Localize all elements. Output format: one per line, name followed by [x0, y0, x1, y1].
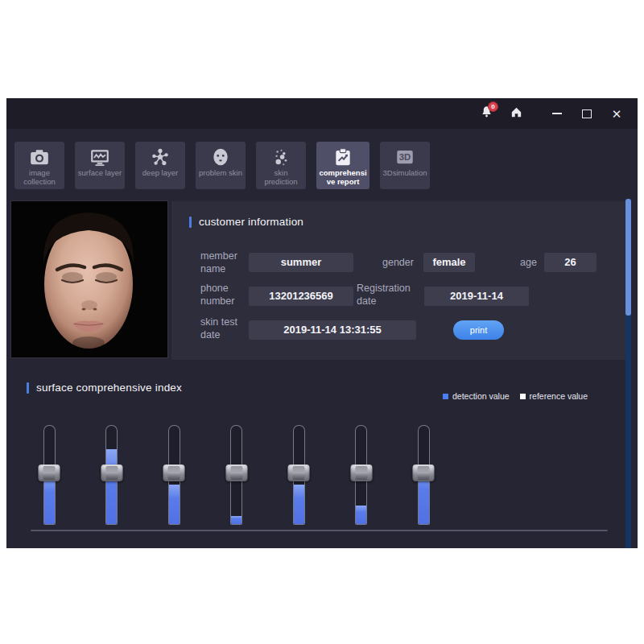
slider-fill	[106, 449, 117, 524]
network-icon	[150, 147, 171, 167]
age-label: age	[520, 256, 537, 269]
3d-box-icon: 3D	[394, 147, 415, 167]
customer-info-panel: customer information member name summer …	[171, 201, 626, 360]
slider-handle[interactable]	[288, 464, 310, 481]
toolbar-tabs: image collectionsurface layerdeep layerp…	[14, 142, 430, 189]
section-title: customer information	[199, 216, 303, 228]
phone-label: phone number	[200, 282, 246, 308]
slider-fill	[294, 485, 304, 524]
maximize-button[interactable]	[579, 104, 595, 123]
tab-problem-skin[interactable]: problem skin	[196, 142, 246, 189]
slider-3[interactable]	[163, 425, 185, 525]
svg-text:3D: 3D	[399, 152, 411, 162]
slider-handle[interactable]	[39, 464, 60, 481]
minimize-button[interactable]	[549, 104, 565, 123]
tab-label: 3Dsimulation	[382, 169, 429, 178]
tab-surface-layer[interactable]: surface layer	[75, 142, 125, 189]
close-button[interactable]: ✕	[609, 104, 625, 123]
gender-field[interactable]: female	[423, 253, 475, 272]
skin-test-date-label: skin test date	[200, 316, 246, 341]
tab-label: comprehensive report	[316, 169, 369, 186]
maximize-icon	[582, 109, 592, 118]
slider-2[interactable]	[101, 425, 123, 525]
member-name-label: member name	[200, 250, 246, 275]
sliders-row	[38, 425, 435, 525]
legend-item: detection value	[443, 391, 510, 401]
section-accent-bar	[189, 217, 192, 228]
age-field[interactable]: 26	[544, 253, 597, 272]
legend-swatch	[520, 394, 526, 399]
titlebar: 0 ✕	[6, 98, 638, 129]
surface-index-header: surface comprehensive index	[27, 382, 182, 394]
scrollbar-thumb[interactable]	[625, 199, 631, 316]
dots-cluster-icon	[270, 147, 291, 167]
face-image	[11, 201, 167, 357]
gender-label: gender	[382, 256, 414, 269]
phone-field[interactable]: 13201236569	[249, 287, 353, 306]
section-title: surface comprehensive index	[36, 382, 182, 394]
clipboard-chart-icon	[332, 147, 353, 167]
legend: detection valuereference value	[443, 391, 588, 401]
slider-4[interactable]	[225, 425, 248, 525]
tab-deep-layer[interactable]: deep layer	[135, 142, 185, 189]
slider-1[interactable]	[38, 425, 60, 525]
slider-handle[interactable]	[350, 464, 372, 481]
close-icon: ✕	[612, 108, 622, 120]
member-name-field[interactable]: summer	[249, 253, 353, 272]
legend-label: detection value	[452, 391, 510, 401]
tab-label: deep layer	[141, 169, 180, 178]
slider-6[interactable]	[350, 425, 373, 525]
slider-handle[interactable]	[101, 464, 122, 481]
app-window: 0 ✕ image collectionsurface layerdeep la…	[6, 98, 638, 548]
home-button[interactable]	[508, 104, 524, 123]
section-accent-bar	[27, 382, 29, 394]
print-button[interactable]: print	[453, 320, 504, 340]
legend-item: reference value	[520, 391, 588, 401]
notification-badge: 0	[488, 101, 498, 112]
face-mask-icon	[210, 147, 231, 167]
bottom-divider	[31, 530, 608, 531]
slider-handle[interactable]	[225, 464, 247, 481]
customer-info-header: customer information	[189, 216, 303, 228]
registration-date-label: Registration date	[357, 282, 421, 308]
tab-label: surface layer	[76, 169, 123, 178]
tab-skin-prediction[interactable]: skin prediction	[256, 142, 306, 189]
slider-fill	[44, 475, 55, 524]
skin-test-date-field[interactable]: 2019-11-14 13:31:55	[249, 320, 416, 340]
minimize-icon	[552, 113, 562, 114]
slider-fill	[169, 485, 180, 524]
home-icon	[510, 105, 523, 122]
slider-5[interactable]	[287, 425, 310, 525]
scrollbar[interactable]	[625, 199, 631, 548]
tab-label: image collection	[14, 169, 64, 186]
slider-handle[interactable]	[413, 464, 435, 481]
slider-7[interactable]	[412, 425, 435, 525]
tab-label: problem skin	[197, 169, 244, 178]
camera-icon	[29, 147, 50, 167]
monitor-wave-icon	[89, 147, 110, 167]
slider-fill	[356, 506, 366, 524]
tab-comprehensive-report[interactable]: comprehensive report	[316, 142, 369, 189]
tab-3dsimulation[interactable]: 3D3Dsimulation	[380, 142, 430, 189]
page: 0 ✕ image collectionsurface layerdeep la…	[0, 0, 644, 644]
tab-image-collection[interactable]: image collection	[14, 142, 64, 189]
tab-label: skin prediction	[256, 169, 306, 186]
legend-label: reference value	[530, 391, 588, 401]
registration-date-field[interactable]: 2019-11-14	[424, 287, 529, 306]
notification-bell-button[interactable]: 0	[478, 104, 494, 123]
slider-handle[interactable]	[163, 464, 185, 481]
legend-swatch	[443, 394, 448, 399]
slider-fill	[231, 516, 242, 524]
